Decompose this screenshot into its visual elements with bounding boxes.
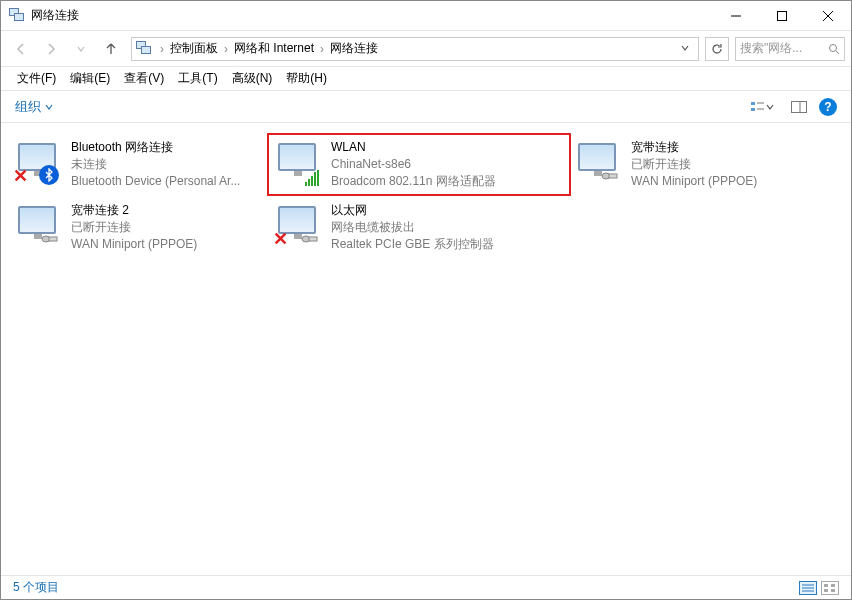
window-title: 网络连接 [31,7,713,24]
connection-icon [13,202,61,250]
chevron-down-icon [766,103,774,111]
svg-rect-23 [824,589,828,592]
search-input[interactable]: 搜索"网络... [735,37,845,61]
menu-tools[interactable]: 工具(T) [176,68,219,89]
help-button[interactable]: ? [819,98,837,116]
svg-rect-13 [609,174,617,178]
breadcrumb-network-internet[interactable]: 网络和 Internet [230,40,318,57]
connection-text: 宽带连接已断开连接WAN Miniport (PPPOE) [631,139,757,190]
connection-item[interactable]: WLANChinaNet-s8e6Broadcom 802.11n 网络适配器 [269,135,569,194]
statusbar: 5 个项目 [1,575,851,599]
connection-item[interactable]: ✕以太网网络电缆被拔出Realtek PCIe GBE 系列控制器 [269,198,529,257]
svg-rect-1 [778,11,787,20]
connection-item[interactable]: ✕Bluetooth 网络连接未连接Bluetooth Device (Pers… [9,135,269,194]
minimize-button[interactable] [713,1,759,30]
breadcrumb-network-connections[interactable]: 网络连接 [326,40,382,57]
menu-file[interactable]: 文件(F) [15,68,58,89]
connection-status: 已断开连接 [631,156,757,173]
menu-view[interactable]: 查看(V) [122,68,166,89]
connection-icon: ✕ [273,202,321,250]
connection-status: 未连接 [71,156,240,173]
svg-line-5 [836,51,839,54]
preview-pane-button[interactable] [787,95,811,119]
window-controls [713,1,851,30]
connection-text: Bluetooth 网络连接未连接Bluetooth Device (Perso… [71,139,240,190]
address-bar[interactable]: › 控制面板 › 网络和 Internet › 网络连接 [131,37,699,61]
large-icons-view-button[interactable] [821,581,839,595]
organize-label: 组织 [15,98,41,116]
connection-name: 宽带连接 2 [71,202,197,219]
search-icon [828,43,840,55]
content-area: ✕Bluetooth 网络连接未连接Bluetooth Device (Pers… [1,123,851,575]
toolbar-right: ? [745,95,837,119]
connection-name: Bluetooth 网络连接 [71,139,240,156]
connection-icon [273,139,321,187]
chevron-down-icon [45,103,53,111]
plug-icon [601,167,619,185]
svg-rect-24 [831,589,835,592]
svg-rect-22 [831,584,835,587]
search-placeholder: 搜索"网络... [740,40,802,57]
connection-icon: ✕ [13,139,61,187]
connection-name: WLAN [331,139,496,156]
menu-advanced[interactable]: 高级(N) [230,68,275,89]
connection-name: 宽带连接 [631,139,757,156]
wifi-signal-icon [303,169,321,187]
svg-rect-7 [751,108,755,111]
connection-text: 宽带连接 2已断开连接WAN Miniport (PPPOE) [71,202,197,253]
plug-icon [301,230,319,248]
maximize-button[interactable] [759,1,805,30]
menu-help[interactable]: 帮助(H) [284,68,329,89]
menubar: 文件(F) 编辑(E) 查看(V) 工具(T) 高级(N) 帮助(H) [1,67,851,91]
view-options-button[interactable] [745,95,779,119]
connection-device: Realtek PCIe GBE 系列控制器 [331,236,494,253]
svg-rect-21 [824,584,828,587]
toolbar: 组织 ? [1,91,851,123]
chevron-right-icon: › [158,42,166,56]
status-views [799,581,839,595]
svg-rect-6 [751,102,755,105]
network-connections-icon [9,8,25,24]
details-view-button[interactable] [799,581,817,595]
plug-icon [41,230,59,248]
connection-item[interactable]: 宽带连接 2已断开连接WAN Miniport (PPPOE) [9,198,269,257]
svg-rect-10 [792,101,807,112]
breadcrumb-control-panel[interactable]: 控制面板 [166,40,222,57]
address-dropdown[interactable] [676,42,694,56]
svg-rect-17 [309,237,317,241]
svg-point-4 [830,44,837,51]
connection-icon [573,139,621,187]
close-button[interactable] [805,1,851,30]
connection-device: Bluetooth Device (Personal Ar... [71,173,240,190]
connection-status: ChinaNet-s8e6 [331,156,496,173]
chevron-right-icon: › [318,42,326,56]
error-icon: ✕ [271,230,289,248]
address-icon [136,41,152,57]
bluetooth-icon [39,165,59,185]
up-button[interactable] [97,35,125,63]
chevron-right-icon: › [222,42,230,56]
svg-rect-15 [49,237,57,241]
connection-device: WAN Miniport (PPPOE) [71,236,197,253]
forward-button[interactable] [37,35,65,63]
item-count: 5 个项目 [13,579,59,596]
back-button[interactable] [7,35,35,63]
connection-device: WAN Miniport (PPPOE) [631,173,757,190]
connection-device: Broadcom 802.11n 网络适配器 [331,173,496,190]
titlebar: 网络连接 [1,1,851,31]
connection-status: 网络电缆被拔出 [331,219,494,236]
monitor-icon [278,143,316,171]
error-icon: ✕ [11,167,29,185]
connection-text: 以太网网络电缆被拔出Realtek PCIe GBE 系列控制器 [331,202,494,253]
connection-text: WLANChinaNet-s8e6Broadcom 802.11n 网络适配器 [331,139,496,190]
refresh-button[interactable] [705,37,729,61]
connection-status: 已断开连接 [71,219,197,236]
connection-item[interactable]: 宽带连接已断开连接WAN Miniport (PPPOE) [569,135,829,194]
connection-name: 以太网 [331,202,494,219]
recent-dropdown[interactable] [67,35,95,63]
organize-button[interactable]: 组织 [15,98,53,116]
window: 网络连接 › 控制面板 › 网络和 Internet › 网络连接 搜索"网络.… [0,0,852,600]
menu-edit[interactable]: 编辑(E) [68,68,112,89]
navbar: › 控制面板 › 网络和 Internet › 网络连接 搜索"网络... [1,31,851,67]
